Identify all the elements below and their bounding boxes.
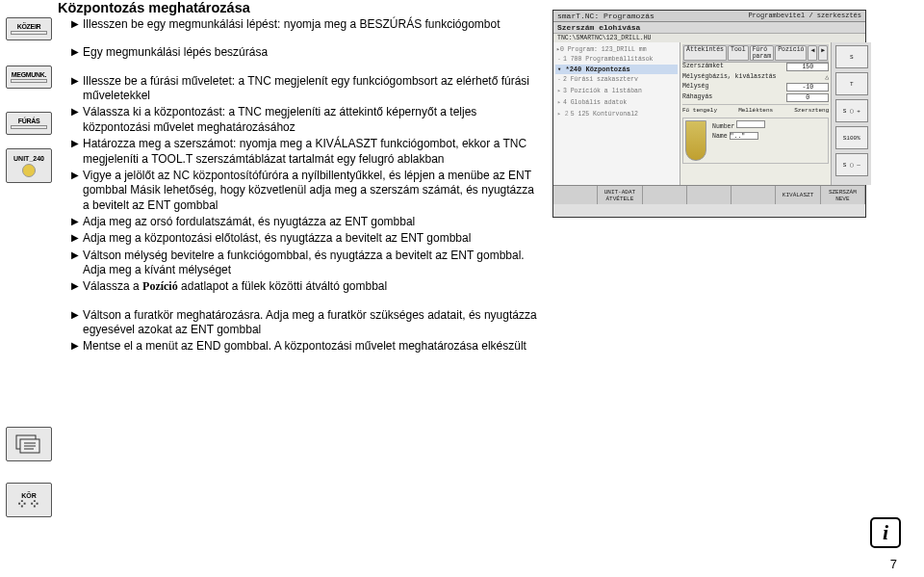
bullet-marker-icon: ▶ — [71, 280, 83, 294]
ss-tab-chev-left-icon: ◀ — [808, 45, 817, 61]
ss-sk-3 — [687, 186, 732, 204]
ss-sk-1: UNIT-ADAT ÁTVÉTELE — [598, 186, 642, 204]
bullet-4: Határozza meg a szerszámot: nyomja meg a… — [83, 137, 541, 167]
ss-title-right: Programbevitel / szerkesztés — [748, 12, 861, 20]
ss-rbtn-4: S ▢ — — [835, 153, 868, 176]
kozeir-button: KÖZEIR — [6, 17, 52, 40]
left-icon-column: KÖZEIR MEGMUNK. FÚRÁS UNIT_240 KÖR ⁘⁘ — [0, 0, 58, 577]
ss-right-buttons: S T S ▢ + S100% S ▢ — — [831, 42, 871, 185]
ss-tree: ▸0 Program: 123_DRILL mm -1 700 Programb… — [553, 42, 680, 185]
bullet-6: Adja meg az orsó fordulatszámát, és nyug… — [83, 215, 541, 229]
furas-label: FÚRÁS — [18, 118, 40, 124]
bullet-marker-icon: ▶ — [71, 138, 83, 167]
bullet-marker-icon: ▶ — [71, 249, 83, 278]
drill-tool-icon — [685, 120, 706, 161]
ss-tab-chev-right-icon: ▶ — [818, 45, 828, 61]
layers-icon — [14, 433, 43, 455]
bullet-marker-icon: ▶ — [71, 340, 83, 354]
megmunk-label: MEGMUNK. — [12, 71, 47, 78]
bullet-list: ▶Illesszen be egy megmunkálási lépést: n… — [58, 17, 541, 354]
ss-sk-5: KIVÁLASZT — [776, 186, 820, 204]
tnc-screenshot: smarT.NC: Programozás Programbevitel / s… — [552, 10, 866, 218]
kor-button: KÖR ⁘⁘ — [6, 483, 52, 517]
ss-rbtn-1: T — [835, 72, 868, 95]
unit240-label: UNIT_240 — [13, 155, 44, 162]
ss-softkeys: UNIT-ADAT ÁTVÉTELE KIVÁLASZT SZERSZÁM NE… — [553, 185, 865, 204]
page-number: 7 — [890, 557, 897, 571]
ss-subtitle: Szerszám elohívása — [553, 22, 865, 34]
ss-path: TNC:\SMARTNC\123_DRILL.HU — [553, 34, 865, 42]
bullet-9: Válassza a Pozíció adatlapot a fülek köz… — [83, 279, 541, 294]
ss-tabs: Áttekintés Tool Fúró param Pozíció ◀ ▶ — [682, 44, 829, 63]
ss-rbtn-3: S100% — [835, 126, 868, 149]
page-switch-icon — [6, 427, 52, 461]
bullet-marker-icon: ▶ — [71, 170, 83, 213]
ss-tab-3: Pozíció — [775, 45, 807, 61]
bullet-marker-icon: ▶ — [71, 216, 83, 229]
main-content: Központozás meghatározása ▶Illesszen be … — [58, 0, 549, 577]
bullet-0: Illesszen be egy megmunkálási lépést: ny… — [83, 17, 541, 32]
bullet-marker-icon: ▶ — [71, 106, 83, 135]
ss-sk-4 — [732, 186, 776, 204]
bullet-11: Mentse el a menüt az END gombbal. A közp… — [83, 339, 541, 354]
ss-sk-2 — [643, 186, 687, 204]
ss-tab-1: Tool — [728, 45, 749, 61]
bullet-marker-icon: ▶ — [71, 75, 83, 104]
bullet-marker-icon: ▶ — [71, 309, 83, 338]
bullet-10: Váltson a furatkör meghatározásra. Adja … — [83, 308, 541, 338]
page-title: Központozás meghatározása — [58, 0, 541, 15]
unit240-button: UNIT_240 — [6, 148, 52, 183]
ss-tab-2: Fúró param — [750, 45, 775, 61]
right-column: smarT.NC: Programozás Programbevitel / s… — [549, 0, 924, 577]
bullet-1: Egy megmunkálási lépés beszúrása — [83, 45, 541, 60]
bullet-marker-icon: ▶ — [71, 232, 83, 246]
ss-form: Áttekintés Tool Fúró param Pozíció ◀ ▶ S… — [680, 42, 831, 185]
bullet-7: Adja meg a központozási előtolást, és ny… — [83, 231, 541, 246]
bullet-2: Illessze be a fúrási műveletet: a TNC me… — [83, 74, 541, 104]
circle-pattern-icon: ⁘⁘ — [16, 499, 41, 509]
ss-tool-panel: Number Name".." — [682, 118, 829, 164]
ss-sk-6: SZERSZÁM NEVE — [821, 186, 865, 204]
bullet-marker-icon: ▶ — [71, 18, 83, 32]
ss-sk-0 — [553, 186, 598, 204]
info-icon: i — [870, 517, 901, 548]
ss-rbtn-2: S ▢ + — [835, 99, 868, 122]
ss-tab-0: Áttekintés — [683, 45, 727, 61]
drill-glyph-icon — [22, 164, 36, 177]
bullet-8: Váltson mélység bevitelre a funkciógombb… — [83, 249, 541, 278]
pozicio-emph: Pozíció — [142, 279, 178, 293]
kozeir-label: KÖZEIR — [17, 23, 41, 30]
ss-rbtn-0: S — [835, 45, 868, 68]
ss-title-left: smarT.NC: Programozás — [557, 12, 654, 20]
bullet-5: Vigye a jelölőt az NC központosítófúróra… — [83, 169, 541, 213]
furas-button: FÚRÁS — [6, 112, 52, 135]
megmunk-button: MEGMUNK. — [6, 66, 52, 89]
ss-tree-hdr: 240 Központozás — [570, 66, 630, 73]
bullet-3: Válassza ki a központozást: a TNC megjel… — [83, 105, 541, 135]
bullet-marker-icon: ▶ — [71, 46, 83, 60]
